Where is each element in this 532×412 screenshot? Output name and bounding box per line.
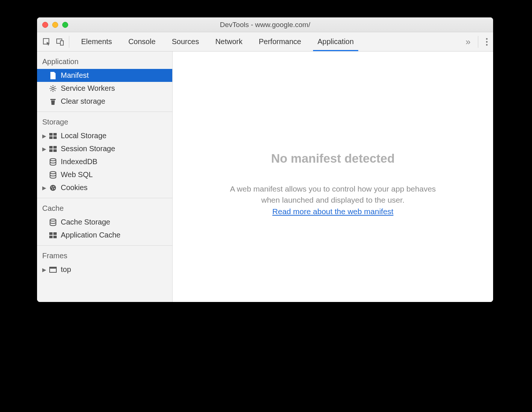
sidebar-item-label: Service Workers [61,84,115,93]
manifest-read-more-link[interactable]: Read more about the web manifest [272,207,393,216]
sidebar-item-label: Manifest [61,71,89,80]
body: Application ▶ Manifest ▶ Service Workers [37,51,493,302]
tab-label: Performance [259,37,302,46]
sidebar-item-local-storage[interactable]: ▶ Local Storage [37,129,172,142]
svg-point-4 [486,41,488,42]
frame-icon [49,266,57,274]
sidebar-item-web-sql[interactable]: ▶ Web SQL [37,168,172,181]
sidebar-item-label: Cache Storage [61,218,110,226]
disclosure-triangle-icon[interactable]: ▶ [42,146,47,152]
sidebar-item-service-workers[interactable]: ▶ Service Workers [37,82,172,95]
svg-rect-18 [49,136,53,139]
svg-rect-33 [53,232,57,235]
svg-point-24 [50,159,56,161]
document-icon [49,72,57,80]
tab-label: Sources [172,37,199,46]
svg-point-31 [50,219,56,221]
tab-label: Console [128,37,155,46]
sidebar-item-application-cache[interactable]: ▶ Application Cache [37,229,172,242]
svg-rect-32 [49,232,53,235]
tab-network[interactable]: Network [207,32,250,51]
section-storage: Storage ▶ Local Storage ▶ Session Storag… [37,112,172,198]
svg-point-29 [52,188,53,189]
svg-rect-19 [53,136,57,139]
tabbar: Elements Console Sources Network Perform… [37,32,493,51]
tab-performance[interactable]: Performance [251,32,310,51]
sidebar-item-clear-storage[interactable]: ▶ Clear storage [37,95,172,108]
svg-rect-16 [49,133,53,136]
sidebar-item-top-frame[interactable]: ▶ top [37,263,172,276]
disclosure-triangle-icon[interactable]: ▶ [42,267,47,273]
tab-sources[interactable]: Sources [164,32,207,51]
svg-rect-20 [49,146,53,149]
svg-point-26 [50,185,56,191]
section-head-application: Application [37,51,172,69]
section-frames: Frames ▶ top [37,246,172,280]
tab-label: Network [215,37,242,46]
tabbar-right: » [466,36,493,48]
svg-line-14 [54,86,55,87]
svg-rect-2 [60,41,63,45]
main-panel: No manifest detected A web manifest allo… [173,51,493,302]
svg-point-25 [50,172,56,174]
svg-rect-15 [50,99,56,100]
tab-label: Application [317,37,354,46]
sidebar-item-cache-storage[interactable]: ▶ Cache Storage [37,216,172,229]
cookie-icon [49,184,57,192]
svg-line-13 [51,90,51,91]
sidebar-item-label: Application Cache [61,231,120,239]
separator [478,36,478,48]
maximize-window-button[interactable] [62,22,68,28]
tabs: Elements Console Sources Network Perform… [73,32,362,51]
titlebar: DevTools - www.google.com/ [37,17,493,32]
database-icon [49,218,57,226]
svg-point-30 [54,188,55,189]
close-window-button[interactable] [42,22,48,28]
manifest-description-block: A web manifest allows you to control how… [229,183,437,217]
table-icon [49,132,57,140]
minimize-window-button[interactable] [52,22,58,28]
svg-rect-35 [53,236,57,238]
section-head-cache: Cache [37,198,172,216]
sidebar-item-label: Local Storage [61,132,106,140]
table-icon [49,145,57,153]
sidebar: Application ▶ Manifest ▶ Service Workers [37,51,173,302]
sidebar-item-indexeddb[interactable]: ▶ IndexedDB [37,155,172,168]
traffic-lights [37,22,68,28]
tab-application[interactable]: Application [309,32,362,51]
inspect-element-icon[interactable] [41,36,53,48]
manifest-heading: No manifest detected [271,152,395,166]
devtools-window: DevTools - www.google.com/ Elements Cons… [37,17,493,302]
svg-point-3 [486,38,488,39]
sidebar-item-label: Clear storage [61,97,105,106]
tabs-overflow-icon[interactable]: » [466,37,471,47]
disclosure-triangle-icon[interactable]: ▶ [42,133,47,139]
kebab-menu-icon[interactable] [486,37,488,46]
section-head-frames: Frames [37,246,172,263]
sidebar-item-cookies[interactable]: ▶ Cookies [37,181,172,194]
svg-line-12 [54,90,55,91]
tab-label: Elements [81,37,112,46]
svg-rect-34 [49,236,53,238]
svg-point-27 [51,186,53,187]
separator [69,36,69,48]
svg-rect-37 [50,267,56,269]
sidebar-item-label: IndexedDB [61,157,97,166]
sidebar-item-label: Cookies [61,183,87,192]
section-head-storage: Storage [37,112,172,129]
section-application: Application ▶ Manifest ▶ Service Workers [37,51,172,112]
svg-rect-17 [53,133,57,136]
device-toolbar-icon[interactable] [54,36,66,48]
sidebar-item-manifest[interactable]: ▶ Manifest [37,69,172,82]
svg-point-5 [486,44,488,45]
trash-icon [49,97,57,106]
svg-rect-23 [53,149,57,152]
window-title: DevTools - www.google.com/ [37,21,493,29]
tab-elements[interactable]: Elements [73,32,120,51]
svg-rect-22 [49,149,53,152]
svg-point-6 [52,87,54,89]
manifest-description: A web manifest allows you to control how… [230,185,436,204]
disclosure-triangle-icon[interactable]: ▶ [42,185,47,191]
sidebar-item-session-storage[interactable]: ▶ Session Storage [37,142,172,155]
tab-console[interactable]: Console [120,32,163,51]
